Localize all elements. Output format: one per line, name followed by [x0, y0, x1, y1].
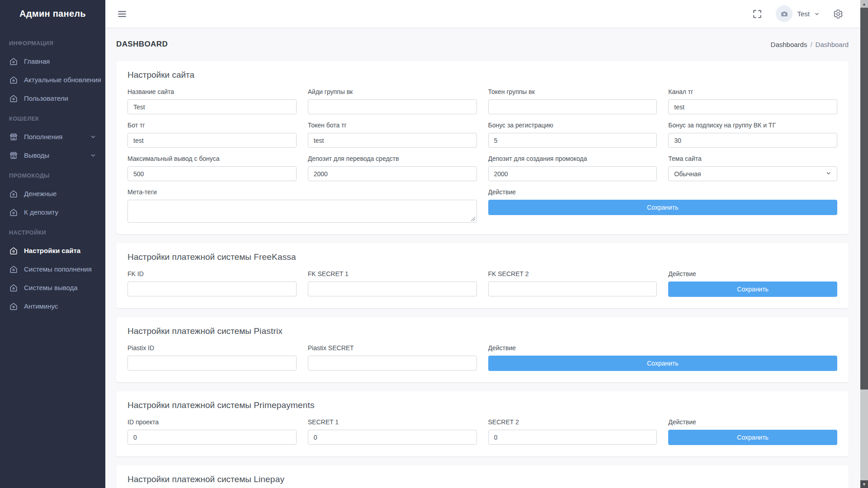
select-value: Обычная	[674, 170, 701, 178]
sidebar: Админ панель ИНФОРМАЦИЯГлавнаяАктуальные…	[0, 0, 105, 488]
sidebar-item[interactable]: Пользователи	[0, 89, 105, 108]
settings-card: Настройки сайта Название сайтаАйди групп…	[116, 61, 849, 234]
chevron-down-icon	[90, 134, 96, 140]
card-title: Настройки платежной системы Piastrix	[127, 326, 837, 336]
text-input[interactable]	[488, 430, 657, 445]
sidebar-section-title: НАСТРОЙКИ	[0, 221, 105, 241]
form-field: Piastix SECRET	[308, 344, 477, 371]
settings-card: Настройки платежной системы Primepayment…	[116, 391, 849, 456]
home-icon	[9, 75, 18, 84]
sidebar-item[interactable]: Настройки сайта	[0, 241, 105, 260]
sidebar-item[interactable]: Актуальные обновления	[0, 70, 105, 89]
textarea-input[interactable]	[127, 200, 477, 223]
form-field: ДействиеСохранить	[668, 418, 837, 445]
text-input[interactable]	[127, 133, 297, 148]
field-label: ID проекта	[127, 418, 297, 426]
save-button[interactable]: Сохранить	[668, 430, 837, 445]
text-input[interactable]	[127, 356, 297, 371]
text-input[interactable]	[308, 133, 477, 148]
text-input[interactable]	[127, 166, 297, 181]
hamburger-menu-icon[interactable]	[117, 9, 127, 19]
sidebar-item[interactable]: Выводы	[0, 146, 105, 164]
form-field: Депозит для создания промокода	[488, 155, 657, 181]
field-label: FK SECRET 1	[308, 270, 477, 277]
field-label: SECRET 1	[308, 418, 477, 426]
scrollbar-thumb[interactable]	[860, 8, 868, 389]
field-label: SECRET 2	[488, 418, 657, 426]
text-input[interactable]	[488, 133, 657, 148]
save-button[interactable]: Сохранить	[488, 200, 838, 215]
home-icon	[9, 57, 18, 66]
app-title: Админ панель	[0, 0, 105, 28]
text-input[interactable]	[127, 99, 297, 114]
sidebar-item-label: Главная	[24, 57, 50, 65]
card-title: Настройки платежной системы Linepay	[127, 474, 837, 484]
user-menu[interactable]: Test	[776, 5, 820, 22]
form-field: FK ID	[127, 270, 297, 297]
field-label: Тема сайта	[668, 155, 837, 162]
field-label: Депозит для создания промокода	[488, 155, 657, 162]
sidebar-item-label: Настройки сайта	[24, 247, 80, 254]
text-input[interactable]	[308, 356, 477, 371]
sidebar-item-label: Денежные	[24, 190, 57, 197]
sidebar-item[interactable]: Системы пополнения	[0, 260, 105, 278]
page-title: DASHBOARD	[116, 40, 168, 49]
save-button[interactable]: Сохранить	[668, 282, 837, 297]
sidebar-item-label: Актуальные обновления	[24, 76, 101, 84]
sidebar-section-title: ПРОМОКОДЫ	[0, 164, 105, 184]
form-field: Айди группы вк	[308, 88, 477, 114]
text-input[interactable]	[308, 99, 477, 114]
avatar	[776, 5, 793, 22]
payment-brand-name: FreeKassa	[254, 252, 296, 262]
field-label: Токен группы вк	[488, 88, 657, 95]
topbar: Test	[105, 0, 860, 28]
text-input[interactable]	[308, 430, 477, 445]
save-button[interactable]: Сохранить	[488, 356, 838, 371]
field-label: Мета-теги	[127, 188, 477, 196]
breadcrumb-parent[interactable]: Dashboards	[771, 41, 807, 48]
sidebar-item[interactable]: Пополнения	[0, 127, 105, 146]
form-field: Токен бота тг	[308, 122, 477, 148]
form-field: FK SECRET 2	[488, 270, 657, 297]
field-label: Действие	[668, 418, 837, 426]
field-label: Название сайта	[127, 88, 297, 95]
select-input[interactable]: Обычная	[668, 166, 837, 181]
field-label: Бонус за подписку на группу ВК и ТГ	[668, 122, 837, 129]
text-input[interactable]	[308, 282, 477, 296]
form-field: ДействиеСохранить	[668, 270, 837, 297]
text-input[interactable]	[488, 282, 657, 296]
home-icon	[9, 189, 18, 198]
text-input[interactable]	[308, 166, 477, 181]
chevron-down-icon	[90, 152, 96, 159]
fullscreen-icon[interactable]	[752, 9, 762, 19]
field-label: Депозит для перевода средств	[308, 155, 477, 162]
sidebar-item[interactable]: Системы вывода	[0, 278, 105, 297]
field-label: Токен бота тг	[308, 122, 477, 129]
field-label: FK ID	[127, 270, 297, 277]
text-input[interactable]	[488, 99, 657, 114]
form-field: ID проекта	[127, 418, 297, 445]
scrollbar-up-arrow-icon[interactable]: ▲	[860, 0, 868, 8]
sidebar-item[interactable]: Денежные	[0, 184, 105, 203]
sidebar-item[interactable]: Антиминус	[0, 297, 105, 315]
scrollbar-down-arrow-icon[interactable]: ▼	[860, 480, 868, 488]
home-icon	[9, 208, 18, 217]
payment-brand-name: Linepay	[254, 474, 284, 484]
form-field: Токен группы вк	[488, 88, 657, 114]
card-title: Настройки платежной системы Primepayment…	[127, 400, 837, 410]
form-field: Максимальный вывод с бонуса	[127, 155, 297, 181]
user-name: Test	[797, 10, 810, 18]
sidebar-item-label: Пользователи	[24, 94, 68, 102]
sidebar-item[interactable]: К депозиту	[0, 203, 105, 221]
breadcrumb-separator: /	[810, 41, 812, 48]
text-input[interactable]	[668, 133, 837, 148]
form-field: Бонус за подписку на группу ВК и ТГ	[668, 122, 837, 148]
text-input[interactable]	[488, 166, 657, 181]
text-input[interactable]	[127, 282, 297, 296]
settings-card: Настройки платежной системы FreeKassaFK …	[116, 243, 849, 308]
chevron-down-icon	[814, 11, 820, 17]
text-input[interactable]	[127, 430, 297, 445]
sidebar-item[interactable]: Главная	[0, 52, 105, 70]
text-input[interactable]	[668, 99, 837, 114]
settings-gear-icon[interactable]	[833, 9, 843, 19]
